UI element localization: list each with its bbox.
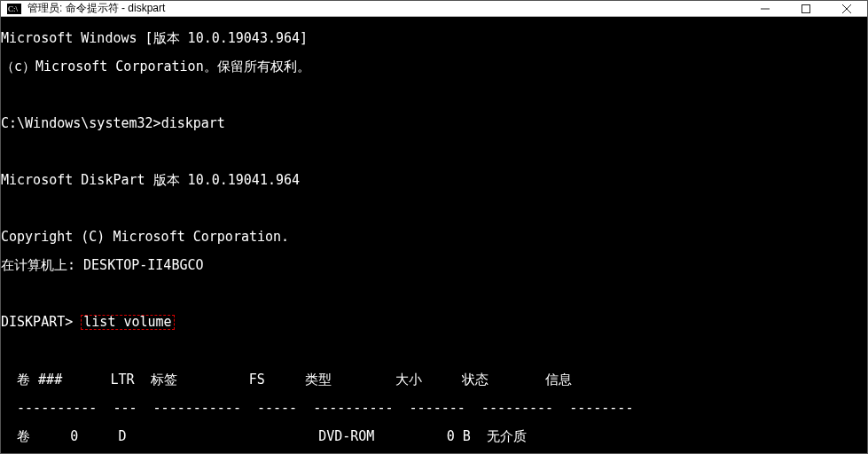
window-title: 管理员: 命令提示符 - diskpart — [27, 1, 165, 16]
maximize-button[interactable] — [786, 1, 826, 16]
svg-text:C:\: C:\ — [8, 4, 19, 13]
table-header: 卷 ### LTR 标签 FS 类型 大小 状态 信息 — [1, 372, 867, 387]
blank — [1, 145, 867, 159]
prompt-path: C:\Windows\system32> — [1, 115, 161, 131]
line-copyright2: Copyright (C) Microsoft Corporation. — [1, 230, 867, 244]
hdr-ltr: LTR — [110, 372, 134, 387]
cmd-icon: C:\ — [6, 3, 22, 15]
hdr-label: 标签 — [151, 372, 177, 387]
hdr-info: 信息 — [545, 372, 572, 387]
dp-prompt: DISKPART> — [1, 314, 81, 330]
title-bar: C:\ 管理员: 命令提示符 - diskpart — [1, 1, 867, 17]
svg-rect-3 — [802, 4, 810, 12]
console-area[interactable]: Microsoft Windows [版本 10.0.19043.964] （c… — [1, 17, 867, 453]
line-winver: Microsoft Windows [版本 10.0.19043.964] — [1, 31, 867, 45]
line-dpver: Microsoft DiskPart 版本 10.0.19041.964 — [1, 173, 867, 187]
close-button[interactable] — [826, 1, 867, 16]
blank — [1, 201, 867, 215]
table-row: 卷 0 D DVD-ROM 0 B 无介质 — [1, 429, 867, 443]
hdr-vol: 卷 ### — [17, 372, 62, 387]
minimize-button[interactable] — [745, 1, 786, 16]
line-copyright1: （c）Microsoft Corporation。保留所有权利。 — [1, 59, 867, 74]
hdr-type: 类型 — [305, 372, 332, 387]
hdr-fs: FS — [249, 372, 265, 387]
blank — [1, 344, 867, 358]
cmd-diskpart: diskpart — [161, 115, 225, 131]
table-underline: ---------- --- ----------- ----- -------… — [1, 401, 867, 415]
line-listvolume: DISKPART> list volume — [1, 315, 867, 330]
hdr-size: 大小 — [395, 372, 422, 387]
blank — [1, 286, 867, 301]
line-prompt1: C:\Windows\system32>diskpart — [1, 116, 867, 130]
window-controls — [745, 1, 867, 16]
blank — [1, 88, 867, 102]
cmd-listvolume: list volume — [81, 315, 174, 330]
hdr-status: 状态 — [462, 372, 489, 387]
line-oncomputer: 在计算机上: DESKTOP-II4BGCO — [1, 258, 867, 272]
